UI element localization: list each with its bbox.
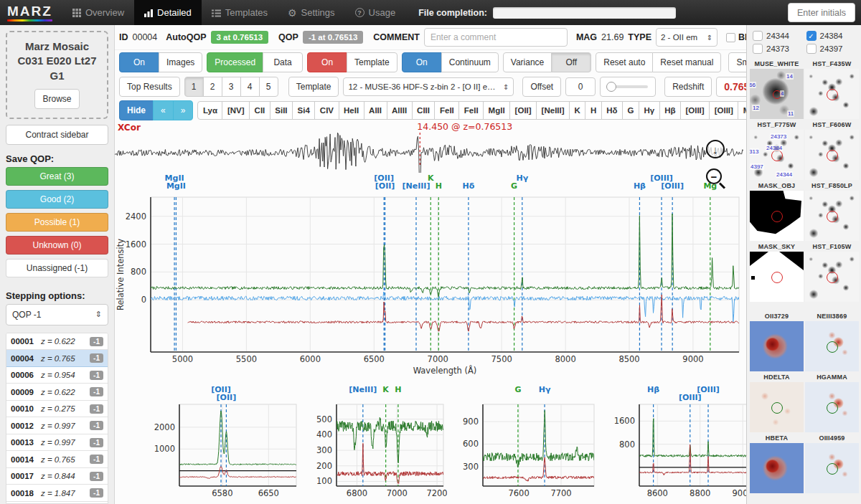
qop-button-great-3-[interactable]: Great (3) <box>6 167 108 186</box>
line-button-22[interactable]: [OIII] <box>709 101 738 120</box>
object-row-00013[interactable]: 00013z = 0.997-1 <box>6 434 108 452</box>
template-label-button[interactable]: Template <box>288 77 339 97</box>
hide-lines-button[interactable]: Hide <box>119 100 154 120</box>
xcor-chart[interactable]: XCor14.450 @ z=0.76513 <box>115 121 746 173</box>
reset-group-reset-auto[interactable]: Reset auto <box>596 52 653 72</box>
line-button-12[interactable]: MgII <box>483 101 510 120</box>
download-spectrum-icon[interactable]: ↓ <box>706 140 725 158</box>
thumb-image-oii3729[interactable] <box>750 321 804 371</box>
continuum-toggle-continuum[interactable]: Continuum <box>441 52 499 72</box>
cutout-chart-1[interactable]: 680070007200100200300400500[NeIII]KH <box>311 384 447 504</box>
thumb-image-mask_sky[interactable] <box>750 252 804 302</box>
prev-line-button[interactable]: « <box>153 100 174 120</box>
template-select[interactable]: 12 - MUSE-36 HDF-S z-bin 2 - [O II] emit… <box>343 77 514 96</box>
smooth-label-button[interactable]: Smooth <box>728 52 746 72</box>
qop-button-unassigned-1-[interactable]: Unassigned (-1) <box>6 259 108 277</box>
template-toggle-template[interactable]: Template <box>347 52 397 72</box>
line-button-8[interactable]: AlIII <box>387 101 413 120</box>
object-row-00009[interactable]: 00009z = 0.622-1 <box>6 384 108 401</box>
line-button-14[interactable]: [NeIII] <box>536 101 570 120</box>
line-button-13[interactable]: [OII] <box>509 101 537 120</box>
offset-slider[interactable] <box>608 85 648 88</box>
data-toggle-data[interactable]: Data <box>263 52 303 72</box>
top-result-4[interactable]: 4 <box>240 77 260 97</box>
redshift-label-button[interactable]: Redshift <box>664 77 712 97</box>
checkbox-blend[interactable]: BLEND <box>726 32 746 42</box>
source-checkbox-24344[interactable]: 24344 <box>753 31 802 41</box>
reset-group-reset-manual[interactable]: Reset manual <box>652 52 721 72</box>
continuum-toggle-on[interactable]: On <box>402 52 442 72</box>
cutout-chart-0[interactable]: 6580665010002000[OII][OII] <box>146 384 301 504</box>
app-logo[interactable]: MARZ <box>0 0 62 25</box>
source-checkbox-24397[interactable]: 24397 <box>806 44 856 54</box>
thumb-image-hdelta[interactable] <box>750 382 804 432</box>
enter-initials-button[interactable]: Enter initials <box>788 3 855 22</box>
images-toggle-images[interactable]: Images <box>159 52 202 72</box>
top-result-3[interactable]: 3 <box>222 77 241 97</box>
line-button-17[interactable]: Hδ <box>601 101 623 120</box>
contract-sidebar-button[interactable]: Contract sidebar <box>6 125 108 145</box>
offset-slider-knob[interactable] <box>606 82 616 92</box>
top-result-1[interactable]: 1 <box>184 77 204 97</box>
nav-item-usage[interactable]: ?Usage <box>345 0 406 25</box>
line-button-3[interactable]: SiII <box>270 101 293 120</box>
line-button-9[interactable]: CIII <box>412 101 436 120</box>
line-button-11[interactable]: FeII <box>458 101 484 120</box>
line-button-6[interactable]: HeII <box>339 101 364 120</box>
object-row-00010[interactable]: 00010z = 0.275-1 <box>6 401 108 418</box>
object-row-00004[interactable]: 00004z = 0.765-1 <box>6 350 108 367</box>
thumb-image-hst_f775w[interactable]: 2437324384313439724344 <box>750 130 804 180</box>
line-button-20[interactable]: Hβ <box>659 101 681 120</box>
main-spectrum-chart[interactable]: 5000550060006500700075008000850090000800… <box>115 173 746 381</box>
variance-toggle-variance[interactable]: Variance <box>503 52 552 72</box>
source-checkbox-24373[interactable]: 24373 <box>753 44 802 54</box>
variance-toggle-off[interactable]: Off <box>551 52 591 72</box>
thumb-image-mask_obj[interactable] <box>750 191 804 241</box>
thumb-image-hst_f435w[interactable] <box>805 69 859 119</box>
line-button-7[interactable]: AlII <box>364 101 387 120</box>
cutout-chart-2[interactable]: 76007700300600900GHγ <box>457 384 598 504</box>
nav-item-detailed[interactable]: Detailed <box>134 0 202 25</box>
object-row-00014[interactable]: 00014z = 0.765-1 <box>6 451 108 468</box>
object-row-00018[interactable]: 00018z = 1.847-1 <box>6 485 108 502</box>
zoom-out-icon[interactable]: − <box>706 168 722 184</box>
line-button-15[interactable]: K <box>569 101 585 120</box>
comment-input[interactable] <box>424 28 568 47</box>
stepping-select[interactable]: QOP -1 ⇕ <box>6 304 108 325</box>
line-button-10[interactable]: FeII <box>434 101 459 120</box>
line-button-16[interactable]: H <box>585 101 601 120</box>
thumb-image-hbeta[interactable] <box>750 443 804 493</box>
thumb-image-muse_white[interactable]: 144661211 <box>750 69 804 119</box>
thumb-image-hst_f850lp[interactable] <box>805 191 859 241</box>
object-row-00012[interactable]: 00012z = 0.997-1 <box>6 417 108 434</box>
data-toggle-processed[interactable]: Processed <box>207 52 263 72</box>
thumb-image-hgamma[interactable] <box>805 382 859 432</box>
line-button-21[interactable]: [OIII] <box>680 101 710 120</box>
line-button-19[interactable]: Hγ <box>639 101 660 120</box>
qop-button-unknown-0-[interactable]: Unknown (0) <box>6 236 108 255</box>
nav-item-settings[interactable]: ⚙Settings <box>278 0 345 25</box>
nav-item-templates[interactable]: Templates <box>202 0 278 25</box>
top-results-label-button[interactable]: Top Results <box>119 77 180 97</box>
images-toggle-on[interactable]: On <box>119 52 159 72</box>
line-button-0[interactable]: Lyα <box>197 101 222 120</box>
top-result-2[interactable]: 2 <box>203 77 222 97</box>
template-toggle-on[interactable]: On <box>307 52 347 72</box>
nav-item-overview[interactable]: Overview <box>62 0 134 25</box>
browse-button[interactable]: Browse <box>34 89 79 109</box>
line-button-5[interactable]: CIV <box>314 101 339 120</box>
object-row-00006[interactable]: 00006z = 0.954-1 <box>6 367 108 384</box>
thumb-image-oiii4959[interactable] <box>805 443 859 493</box>
cutout-chart-3[interactable]: 8600880090008001600Hβ[OIII][OIII] <box>608 384 746 504</box>
object-row-00001[interactable]: 00001z = 0.622-1 <box>6 333 108 351</box>
next-line-button[interactable]: » <box>173 100 194 120</box>
offset-label-button[interactable]: Offset <box>522 77 561 97</box>
qop-button-possible-1-[interactable]: Possible (1) <box>6 213 108 232</box>
thumb-image-hst_f606w[interactable] <box>805 130 859 180</box>
type-select[interactable]: 2 - OII em ⇕ <box>656 28 718 47</box>
line-button-2[interactable]: CII <box>249 101 270 120</box>
thumb-image-hst_f105w[interactable] <box>805 252 859 302</box>
source-checkbox-24384[interactable]: ✓24384 <box>806 31 856 41</box>
thumb-image-neiii3869[interactable] <box>805 321 859 371</box>
line-button-1[interactable]: [NV] <box>222 101 250 120</box>
